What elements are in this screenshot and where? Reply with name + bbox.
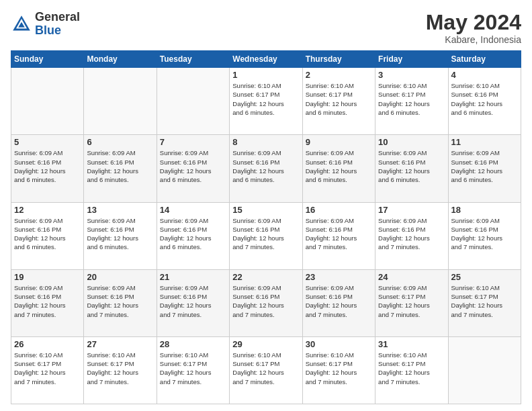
day-number: 19 [14, 272, 81, 282]
calendar-cell: 14Sunrise: 6:09 AM Sunset: 6:16 PM Dayli… [157, 202, 229, 269]
col-sunday: Sunday [11, 51, 84, 68]
day-info: Sunrise: 6:10 AM Sunset: 6:17 PM Dayligh… [378, 351, 445, 386]
col-saturday: Saturday [448, 51, 521, 68]
day-info: Sunrise: 6:09 AM Sunset: 6:16 PM Dayligh… [306, 283, 372, 319]
day-number: 21 [160, 272, 226, 282]
day-number: 1 [232, 70, 299, 80]
day-info: Sunrise: 6:09 AM Sunset: 6:16 PM Dayligh… [14, 148, 81, 184]
day-number: 17 [378, 205, 445, 215]
calendar-cell: 4Sunrise: 6:10 AM Sunset: 6:16 PM Daylig… [448, 68, 521, 135]
day-info: Sunrise: 6:09 AM Sunset: 6:16 PM Dayligh… [87, 148, 153, 184]
calendar-cell: 22Sunrise: 6:09 AM Sunset: 6:16 PM Dayli… [230, 269, 302, 336]
calendar-cell: 27Sunrise: 6:10 AM Sunset: 6:17 PM Dayli… [84, 336, 157, 404]
location: Kabare, Indonesia [426, 34, 521, 45]
logo: General Blue [11, 11, 80, 38]
day-number: 30 [306, 339, 372, 349]
calendar-cell: 5Sunrise: 6:09 AM Sunset: 6:16 PM Daylig… [11, 135, 84, 202]
day-info: Sunrise: 6:09 AM Sunset: 6:16 PM Dayligh… [14, 216, 81, 252]
calendar-cell: 20Sunrise: 6:09 AM Sunset: 6:16 PM Dayli… [84, 269, 157, 336]
calendar-cell: 7Sunrise: 6:09 AM Sunset: 6:16 PM Daylig… [157, 135, 229, 202]
calendar-cell: 17Sunrise: 6:09 AM Sunset: 6:16 PM Dayli… [375, 202, 448, 269]
logo-icon [11, 13, 32, 35]
day-info: Sunrise: 6:10 AM Sunset: 6:17 PM Dayligh… [232, 81, 299, 117]
day-info: Sunrise: 6:09 AM Sunset: 6:16 PM Dayligh… [232, 216, 299, 252]
calendar-table: Sunday Monday Tuesday Wednesday Thursday… [11, 50, 521, 404]
col-wednesday: Wednesday [230, 51, 302, 68]
day-info: Sunrise: 6:10 AM Sunset: 6:17 PM Dayligh… [160, 351, 226, 386]
calendar-cell: 12Sunrise: 6:09 AM Sunset: 6:16 PM Dayli… [11, 202, 84, 269]
calendar-cell: 31Sunrise: 6:10 AM Sunset: 6:17 PM Dayli… [375, 336, 448, 404]
calendar-cell: 11Sunrise: 6:09 AM Sunset: 6:16 PM Dayli… [448, 135, 521, 202]
day-info: Sunrise: 6:09 AM Sunset: 6:17 PM Dayligh… [378, 283, 445, 319]
day-number: 2 [306, 70, 372, 80]
day-info: Sunrise: 6:09 AM Sunset: 6:16 PM Dayligh… [306, 216, 372, 252]
day-number: 3 [378, 70, 445, 80]
day-info: Sunrise: 6:10 AM Sunset: 6:17 PM Dayligh… [232, 351, 299, 386]
calendar-cell: 9Sunrise: 6:09 AM Sunset: 6:16 PM Daylig… [302, 135, 375, 202]
calendar-cell: 30Sunrise: 6:10 AM Sunset: 6:17 PM Dayli… [302, 336, 375, 404]
day-number: 14 [160, 205, 226, 215]
day-info: Sunrise: 6:10 AM Sunset: 6:17 PM Dayligh… [306, 81, 372, 117]
calendar-header-row: Sunday Monday Tuesday Wednesday Thursday… [11, 51, 521, 68]
day-number: 26 [14, 339, 81, 349]
day-number: 27 [87, 339, 153, 349]
logo-text: General Blue [35, 11, 80, 38]
calendar-cell: 3Sunrise: 6:10 AM Sunset: 6:17 PM Daylig… [375, 68, 448, 135]
day-info: Sunrise: 6:09 AM Sunset: 6:16 PM Dayligh… [160, 283, 226, 319]
calendar-cell: 24Sunrise: 6:09 AM Sunset: 6:17 PM Dayli… [375, 269, 448, 336]
day-info: Sunrise: 6:09 AM Sunset: 6:16 PM Dayligh… [451, 216, 518, 252]
day-number: 4 [451, 70, 518, 80]
day-info: Sunrise: 6:09 AM Sunset: 6:16 PM Dayligh… [451, 148, 518, 184]
calendar-cell [157, 68, 229, 135]
day-info: Sunrise: 6:09 AM Sunset: 6:16 PM Dayligh… [87, 216, 153, 252]
calendar-cell: 28Sunrise: 6:10 AM Sunset: 6:17 PM Dayli… [157, 336, 229, 404]
calendar-cell: 26Sunrise: 6:10 AM Sunset: 6:17 PM Dayli… [11, 336, 84, 404]
day-info: Sunrise: 6:09 AM Sunset: 6:16 PM Dayligh… [232, 148, 299, 184]
day-info: Sunrise: 6:09 AM Sunset: 6:16 PM Dayligh… [160, 216, 226, 252]
calendar-week-row: 1Sunrise: 6:10 AM Sunset: 6:17 PM Daylig… [11, 68, 521, 135]
calendar-cell: 21Sunrise: 6:09 AM Sunset: 6:16 PM Dayli… [157, 269, 229, 336]
day-number: 9 [306, 137, 372, 147]
day-number: 7 [160, 137, 226, 147]
calendar-week-row: 5Sunrise: 6:09 AM Sunset: 6:16 PM Daylig… [11, 135, 521, 202]
calendar-cell: 1Sunrise: 6:10 AM Sunset: 6:17 PM Daylig… [230, 68, 302, 135]
day-info: Sunrise: 6:09 AM Sunset: 6:16 PM Dayligh… [87, 283, 153, 319]
calendar-cell: 15Sunrise: 6:09 AM Sunset: 6:16 PM Dayli… [230, 202, 302, 269]
logo-blue-text: Blue [35, 24, 80, 38]
day-info: Sunrise: 6:09 AM Sunset: 6:16 PM Dayligh… [378, 148, 445, 184]
calendar-cell: 19Sunrise: 6:09 AM Sunset: 6:16 PM Dayli… [11, 269, 84, 336]
day-number: 11 [451, 137, 518, 147]
day-number: 16 [306, 205, 372, 215]
calendar-cell: 18Sunrise: 6:09 AM Sunset: 6:16 PM Dayli… [448, 202, 521, 269]
day-info: Sunrise: 6:09 AM Sunset: 6:16 PM Dayligh… [306, 148, 372, 184]
day-number: 5 [14, 137, 81, 147]
day-info: Sunrise: 6:09 AM Sunset: 6:16 PM Dayligh… [14, 283, 81, 319]
day-info: Sunrise: 6:09 AM Sunset: 6:16 PM Dayligh… [378, 216, 445, 252]
calendar-cell: 10Sunrise: 6:09 AM Sunset: 6:16 PM Dayli… [375, 135, 448, 202]
header: General Blue May 2024 Kabare, Indonesia [11, 11, 521, 45]
day-info: Sunrise: 6:10 AM Sunset: 6:17 PM Dayligh… [378, 81, 445, 117]
day-number: 13 [87, 205, 153, 215]
calendar-week-row: 26Sunrise: 6:10 AM Sunset: 6:17 PM Dayli… [11, 336, 521, 404]
day-number: 12 [14, 205, 81, 215]
col-thursday: Thursday [302, 51, 375, 68]
calendar-cell: 13Sunrise: 6:09 AM Sunset: 6:16 PM Dayli… [84, 202, 157, 269]
col-tuesday: Tuesday [157, 51, 229, 68]
calendar-cell: 29Sunrise: 6:10 AM Sunset: 6:17 PM Dayli… [230, 336, 302, 404]
day-number: 15 [232, 205, 299, 215]
day-info: Sunrise: 6:10 AM Sunset: 6:16 PM Dayligh… [451, 81, 518, 117]
calendar-cell [448, 336, 521, 404]
day-number: 18 [451, 205, 518, 215]
calendar-cell: 16Sunrise: 6:09 AM Sunset: 6:16 PM Dayli… [302, 202, 375, 269]
page: General Blue May 2024 Kabare, Indonesia … [0, 0, 532, 411]
calendar-week-row: 19Sunrise: 6:09 AM Sunset: 6:16 PM Dayli… [11, 269, 521, 336]
day-number: 31 [378, 339, 445, 349]
calendar-week-row: 12Sunrise: 6:09 AM Sunset: 6:16 PM Dayli… [11, 202, 521, 269]
calendar-cell [84, 68, 157, 135]
day-number: 29 [232, 339, 299, 349]
day-number: 8 [232, 137, 299, 147]
day-info: Sunrise: 6:10 AM Sunset: 6:17 PM Dayligh… [451, 283, 518, 319]
day-number: 25 [451, 272, 518, 282]
calendar-cell: 2Sunrise: 6:10 AM Sunset: 6:17 PM Daylig… [302, 68, 375, 135]
calendar-cell: 8Sunrise: 6:09 AM Sunset: 6:16 PM Daylig… [230, 135, 302, 202]
